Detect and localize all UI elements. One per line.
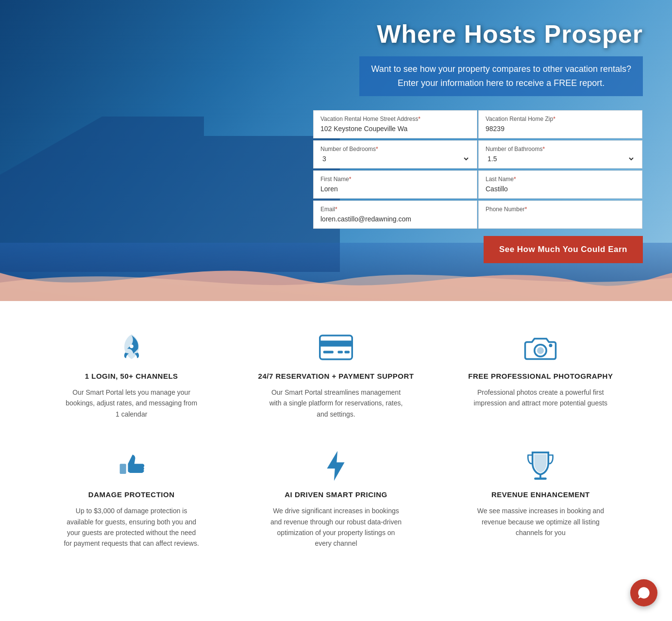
bathrooms-label: Number of Bathrooms* <box>486 146 635 152</box>
svg-rect-13 <box>535 478 547 480</box>
email-field-container: Email* <box>313 201 477 229</box>
first-name-field-container: First Name* <box>313 170 477 199</box>
address-label: Vacation Rental Home Street Address* <box>320 116 470 122</box>
svg-point-9 <box>549 344 553 347</box>
feature-title-smart-pricing: AI DRIVEN SMART PRICING <box>285 490 387 499</box>
feature-desc-login-channels: Our Smart Portal lets you manage your bo… <box>64 387 200 420</box>
bedrooms-required: * <box>376 146 378 152</box>
form-row-2: Number of Bedrooms* 1 2 3 4 5 6+ Number … <box>313 140 643 169</box>
first-name-required: * <box>349 176 352 183</box>
svg-point-0 <box>130 344 134 348</box>
lead-form: Vacation Rental Home Street Address* Vac… <box>313 110 643 263</box>
features-section: 1 LOGIN, 50+ CHANNELS Our Smart Portal l… <box>0 301 672 588</box>
last-name-required: * <box>514 176 516 183</box>
bathrooms-select[interactable]: 1 1.5 2 2.5 3 3.5 <box>486 154 635 163</box>
feature-item-revenue: REVENUE ENHANCEMENT We see massive incre… <box>448 449 633 549</box>
form-row-3: First Name* Last Name* <box>313 170 643 199</box>
zip-required: * <box>553 116 555 122</box>
email-input[interactable] <box>320 215 470 223</box>
svg-rect-5 <box>344 351 350 353</box>
bedrooms-label: Number of Bedrooms* <box>320 146 470 152</box>
phone-field-container: Phone Number* <box>478 201 642 229</box>
phone-input[interactable] <box>486 215 635 223</box>
svg-rect-1 <box>320 336 353 359</box>
lightning-icon <box>319 449 353 483</box>
feature-title-reservation-support: 24/7 RESERVATION + PAYMENT SUPPORT <box>258 372 414 380</box>
hero-subtitle-line1: Want to see how your property compares t… <box>371 64 631 74</box>
bathrooms-required: * <box>542 146 545 152</box>
bedrooms-select[interactable]: 1 2 3 4 5 6+ <box>320 154 470 163</box>
phone-required: * <box>525 206 527 213</box>
feature-item-login-channels: 1 LOGIN, 50+ CHANNELS Our Smart Portal l… <box>39 330 224 420</box>
hero-subtitle: Want to see how your property compares t… <box>359 56 643 96</box>
feature-item-photography: FREE PROFESSIONAL PHOTOGRAPHY Profession… <box>448 330 633 420</box>
chat-button[interactable] <box>630 579 657 606</box>
zip-field-container: Vacation Rental Home Zip* <box>478 110 642 138</box>
address-field-container: Vacation Rental Home Street Address* <box>313 110 477 138</box>
feature-desc-damage-protection: Up to $3,000 of damage protection is ava… <box>64 505 200 549</box>
feature-item-reservation-support: 24/7 RESERVATION + PAYMENT SUPPORT Our S… <box>243 330 428 420</box>
hero-content: Where Hosts Prosper Want to see how your… <box>0 0 672 263</box>
submit-button[interactable]: See How Much You Could Earn <box>484 236 643 263</box>
form-row-1: Vacation Rental Home Street Address* Vac… <box>313 110 643 139</box>
feature-title-photography: FREE PROFESSIONAL PHOTOGRAPHY <box>468 372 613 380</box>
first-name-input[interactable] <box>320 185 470 193</box>
feature-desc-revenue: We see massive increases in booking and … <box>472 505 608 538</box>
feature-title-damage-protection: DAMAGE PROTECTION <box>88 490 175 499</box>
last-name-input[interactable] <box>486 185 635 193</box>
bathrooms-field-container: Number of Bathrooms* 1 1.5 2 2.5 3 3.5 <box>478 140 642 168</box>
email-required: * <box>335 206 337 213</box>
bedrooms-field-container: Number of Bedrooms* 1 2 3 4 5 6+ <box>313 140 477 168</box>
feature-title-revenue: REVENUE ENHANCEMENT <box>491 490 590 499</box>
form-row-4: Email* Phone Number* <box>313 200 643 229</box>
zip-input[interactable] <box>486 125 635 133</box>
svg-marker-11 <box>327 451 345 480</box>
feature-desc-photography: Professional photos create a powerful fi… <box>472 387 608 409</box>
last-name-label: Last Name* <box>486 176 635 183</box>
feature-item-damage-protection: DAMAGE PROTECTION Up to $3,000 of damage… <box>39 449 224 549</box>
thumbs-up-icon <box>115 449 149 483</box>
address-required: * <box>418 116 420 122</box>
last-name-field-container: Last Name* <box>478 170 642 199</box>
features-grid: 1 LOGIN, 50+ CHANNELS Our Smart Portal l… <box>39 330 633 549</box>
svg-rect-2 <box>320 340 353 346</box>
feature-title-login-channels: 1 LOGIN, 50+ CHANNELS <box>85 372 178 380</box>
email-label: Email* <box>320 206 470 213</box>
address-input[interactable] <box>320 125 470 133</box>
svg-rect-10 <box>119 464 126 474</box>
zip-label: Vacation Rental Home Zip* <box>486 116 635 122</box>
phone-label: Phone Number* <box>486 206 635 213</box>
feature-desc-reservation-support: Our Smart Portal streamlines management … <box>268 387 404 420</box>
svg-rect-3 <box>323 351 334 353</box>
svg-point-8 <box>537 347 544 354</box>
rocket-icon <box>115 330 149 364</box>
first-name-label: First Name* <box>320 176 470 183</box>
feature-item-smart-pricing: AI DRIVEN SMART PRICING We drive signifi… <box>243 449 428 549</box>
submit-row: See How Much You Could Earn <box>313 236 643 263</box>
hero-title: Where Hosts Prosper <box>377 19 643 49</box>
svg-rect-4 <box>337 351 343 353</box>
feature-desc-smart-pricing: We drive significant increases in bookin… <box>268 505 404 549</box>
camera-icon <box>523 330 557 364</box>
trophy-icon <box>523 449 557 483</box>
hero-section: Where Hosts Prosper Want to see how your… <box>0 0 672 301</box>
credit-card-icon <box>319 330 353 364</box>
hero-subtitle-line2: Enter your information here to receive a… <box>398 78 605 88</box>
